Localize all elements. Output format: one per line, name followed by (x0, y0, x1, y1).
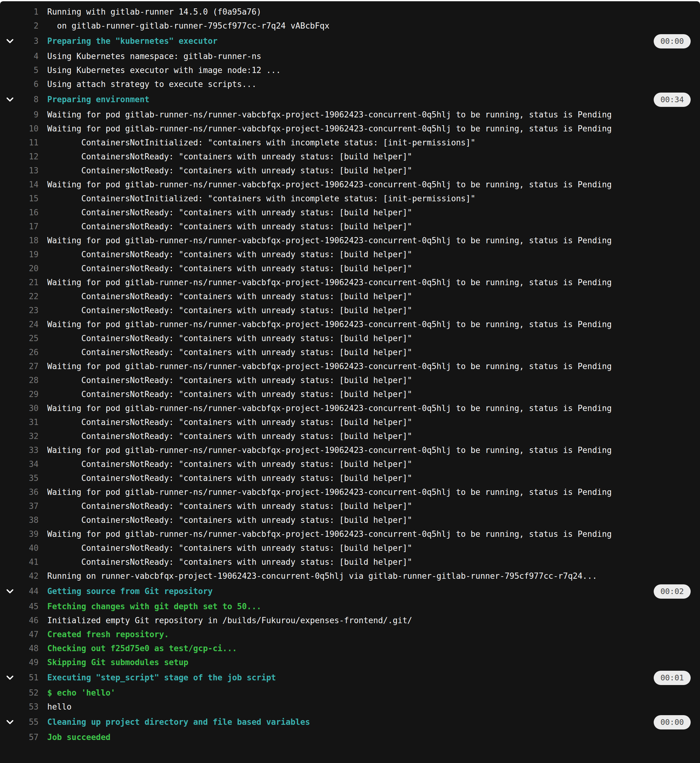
section-duration-badge: 00:02 (654, 584, 691, 599)
line-number[interactable]: 36 (20, 485, 39, 499)
log-line: 40 ContainersNotReady: "containers with … (0, 541, 700, 555)
line-number[interactable]: 27 (20, 359, 39, 373)
log-line: 12 ContainersNotReady: "containers with … (0, 150, 700, 164)
line-number[interactable]: 31 (20, 415, 39, 429)
line-number[interactable]: 34 (20, 457, 39, 471)
line-number[interactable]: 8 (20, 92, 39, 106)
line-number[interactable]: 53 (20, 700, 39, 714)
line-number[interactable]: 33 (20, 443, 39, 457)
log-line: 53hello (0, 700, 700, 714)
line-number[interactable]: 51 (20, 671, 39, 685)
line-number[interactable]: 42 (20, 569, 39, 583)
line-number[interactable]: 49 (20, 655, 39, 669)
log-line-text: ContainersNotReady: "containers with unr… (47, 499, 412, 513)
line-number[interactable]: 20 (20, 262, 39, 276)
log-line: 30Waiting for pod gitlab-runner-ns/runne… (0, 401, 700, 415)
chevron-down-icon[interactable] (0, 95, 20, 105)
line-number[interactable]: 21 (20, 276, 39, 290)
chevron-down-icon[interactable] (0, 718, 20, 727)
log-line-text: Checking out f25d75e0 as test/gcp-ci... (47, 641, 237, 655)
log-line: 49Skipping Git submodules setup (0, 655, 700, 669)
log-line-text: ContainersNotReady: "containers with unr… (47, 262, 412, 276)
log-line-text: Initialized empty Git repository in /bui… (47, 613, 412, 627)
section-header-label[interactable]: Getting source from Git repository (47, 584, 212, 598)
line-number[interactable]: 3 (20, 34, 39, 48)
line-number[interactable]: 30 (20, 401, 39, 415)
line-number[interactable]: 48 (20, 641, 39, 655)
line-number[interactable]: 2 (20, 19, 39, 33)
log-line: 33Waiting for pod gitlab-runner-ns/runne… (0, 443, 700, 457)
line-number[interactable]: 13 (20, 164, 39, 178)
log-line-text: ContainersNotReady: "containers with unr… (47, 345, 412, 359)
line-number[interactable]: 52 (20, 686, 39, 700)
log-line: 52$ echo 'hello' (0, 686, 700, 700)
line-number[interactable]: 23 (20, 304, 39, 317)
log-line: 19 ContainersNotReady: "containers with … (0, 248, 700, 262)
log-line-text: Waiting for pod gitlab-runner-ns/runner-… (47, 485, 612, 499)
log-line-text: ContainersNotReady: "containers with unr… (47, 513, 412, 527)
line-number[interactable]: 55 (20, 715, 39, 729)
line-number[interactable]: 39 (20, 527, 39, 541)
log-line-text: Waiting for pod gitlab-runner-ns/runner-… (47, 122, 612, 136)
line-number[interactable]: 19 (20, 248, 39, 262)
line-number[interactable]: 46 (20, 613, 39, 627)
line-number[interactable]: 18 (20, 234, 39, 248)
log-line-text: Using attach strategy to execute scripts… (47, 77, 256, 91)
line-number[interactable]: 14 (20, 178, 39, 192)
log-line: 35 ContainersNotReady: "containers with … (0, 471, 700, 485)
log-line-text: Waiting for pod gitlab-runner-ns/runner-… (47, 359, 612, 373)
chevron-down-icon[interactable] (0, 37, 20, 46)
log-line: 48Checking out f25d75e0 as test/gcp-ci..… (0, 641, 700, 655)
job-log-page: 1Running with gitlab-runner 14.5.0 (f0a9… (0, 0, 700, 763)
log-line-text: Using Kubernetes namespace: gitlab-runne… (47, 49, 261, 63)
line-number[interactable]: 15 (20, 192, 39, 206)
line-number[interactable]: 1 (20, 5, 39, 19)
line-number[interactable]: 6 (20, 77, 39, 91)
line-number[interactable]: 11 (20, 136, 39, 150)
line-number[interactable]: 10 (20, 122, 39, 136)
section-duration-badge: 00:01 (654, 671, 691, 685)
log-line-text: ContainersNotReady: "containers with unr… (47, 150, 412, 164)
line-number[interactable]: 32 (20, 429, 39, 443)
line-number[interactable]: 35 (20, 471, 39, 485)
line-number[interactable]: 40 (20, 541, 39, 555)
line-number[interactable]: 12 (20, 150, 39, 164)
line-number[interactable]: 45 (20, 599, 39, 613)
line-number[interactable]: 24 (20, 317, 39, 331)
line-number[interactable]: 28 (20, 373, 39, 387)
log-line: 20 ContainersNotReady: "containers with … (0, 262, 700, 276)
line-number[interactable]: 4 (20, 49, 39, 63)
section-header-label[interactable]: Executing "step_script" stage of the job… (47, 671, 276, 685)
line-number[interactable]: 25 (20, 331, 39, 345)
section-header-label[interactable]: Cleaning up project directory and file b… (47, 715, 310, 729)
log-line-text: Waiting for pod gitlab-runner-ns/runner-… (47, 401, 612, 415)
section-header-label[interactable]: Preparing the "kubernetes" executor (47, 34, 217, 48)
chevron-down-icon[interactable] (0, 673, 20, 683)
log-line: 26 ContainersNotReady: "containers with … (0, 345, 700, 359)
log-line: 22 ContainersNotReady: "containers with … (0, 290, 700, 304)
line-number[interactable]: 16 (20, 206, 39, 220)
line-number[interactable]: 37 (20, 499, 39, 513)
log-line: 42Running on runner-vabcbfqx-project-190… (0, 569, 700, 583)
log-line: 37 ContainersNotReady: "containers with … (0, 499, 700, 513)
line-number[interactable]: 29 (20, 387, 39, 401)
section-header-label[interactable]: Preparing environment (47, 92, 150, 106)
line-number[interactable]: 38 (20, 513, 39, 527)
line-number[interactable]: 26 (20, 345, 39, 359)
line-number[interactable]: 9 (20, 108, 39, 122)
log-line-text: on gitlab-runner-gitlab-runner-795cf977c… (47, 19, 330, 33)
log-line: 15 ContainersNotInitialized: "containers… (0, 192, 700, 206)
line-number[interactable]: 41 (20, 555, 39, 569)
line-number[interactable]: 47 (20, 627, 39, 641)
log-line-text: Running with gitlab-runner 14.5.0 (f0a95… (47, 5, 261, 19)
line-number[interactable]: 5 (20, 63, 39, 77)
log-line: 17 ContainersNotReady: "containers with … (0, 220, 700, 234)
log-line-text: hello (47, 700, 72, 714)
line-number[interactable]: 17 (20, 220, 39, 234)
line-number[interactable]: 22 (20, 290, 39, 304)
line-number[interactable]: 44 (20, 584, 39, 598)
log-line: 10Waiting for pod gitlab-runner-ns/runne… (0, 122, 700, 136)
chevron-down-icon[interactable] (0, 587, 20, 596)
log-line-text: ContainersNotReady: "containers with unr… (47, 415, 412, 429)
line-number[interactable]: 57 (20, 730, 39, 744)
